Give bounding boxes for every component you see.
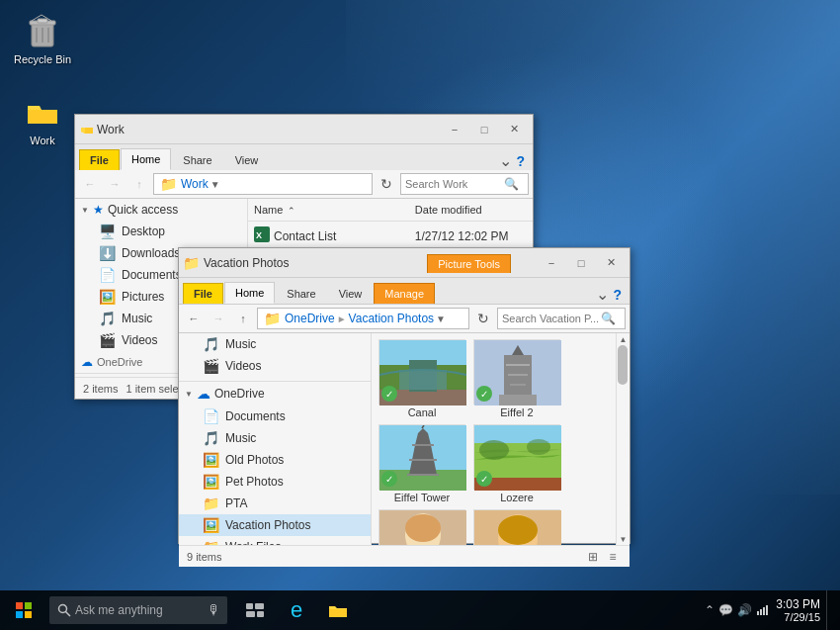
show-desktop-button[interactable]: [826, 590, 832, 630]
vacation-explorer-window: 📁 Vacation Photos − □ ✕ Picture Tools Fi…: [178, 247, 630, 544]
nav-old-photos[interactable]: 🖼️ Old Photos: [179, 449, 371, 471]
quick-access-header[interactable]: ▼ ★ Quick access: [75, 199, 247, 221]
recycle-bin-icon[interactable]: Recycle Bin: [8, 8, 77, 69]
microphone-icon[interactable]: 🎙: [208, 602, 221, 618]
vacation-search-icon[interactable]: 🔍: [601, 312, 616, 325]
list-view-button-vacation[interactable]: ≡: [604, 548, 622, 566]
check-canal: ✓: [381, 386, 397, 402]
tab-manage[interactable]: Manage: [374, 283, 435, 304]
vacation-folder-icon: 📁: [183, 255, 200, 271]
work-folder-desktop-icon[interactable]: Work: [8, 89, 77, 150]
nav-work-files[interactable]: 📁 Work Files: [179, 536, 371, 545]
expand-ribbon-icon[interactable]: ⌄: [499, 151, 512, 170]
forward-button-vacation[interactable]: →: [208, 308, 229, 329]
back-button-vacation[interactable]: ←: [183, 308, 205, 329]
minimize-button[interactable]: −: [440, 118, 469, 141]
photo-item-eiffel-tower[interactable]: ✓ Eiffel Tower: [378, 424, 466, 503]
minimize-button-vacation[interactable]: −: [537, 251, 566, 275]
help-icon-vacation[interactable]: ?: [613, 287, 622, 303]
work-window-controls: − □ ✕: [440, 118, 529, 141]
tray-expand-icon[interactable]: ⌃: [705, 603, 714, 617]
tab-share-vacation[interactable]: Share: [276, 283, 326, 304]
vacation-search-box: 🔍: [497, 308, 626, 329]
close-button-vacation[interactable]: ✕: [596, 251, 626, 275]
tab-file[interactable]: File: [79, 149, 120, 170]
start-button[interactable]: [0, 590, 47, 630]
nav-videos-vacation[interactable]: 🎬 Videos: [179, 355, 371, 377]
vacation-content-area: ✓ Canal: [372, 333, 630, 545]
photo-thumb-canal: ✓: [378, 339, 465, 405]
up-button[interactable]: ↑: [128, 173, 150, 195]
forward-button[interactable]: →: [104, 173, 126, 195]
photo-label-lozere: Lozere: [500, 492, 534, 503]
picture-tools-label: Picture Tools: [427, 254, 511, 273]
refresh-button-vacation[interactable]: ↻: [472, 308, 494, 329]
refresh-button[interactable]: ↻: [376, 173, 397, 195]
scroll-thumb[interactable]: [618, 345, 628, 385]
nav-onedrive-music[interactable]: 🎵 Music: [179, 427, 371, 449]
nav-pta[interactable]: 📁 PTA: [179, 493, 371, 514]
vacation-search-input[interactable]: [502, 313, 601, 324]
taskbar-clock[interactable]: 3:03 PM 7/29/15: [776, 597, 820, 623]
check-eiffel2: ✓: [476, 386, 492, 402]
work-search-input[interactable]: [405, 178, 504, 190]
nav-desktop[interactable]: 🖥️ Desktop: [75, 221, 247, 242]
photo-item-me[interactable]: ✓ Me: [378, 509, 466, 545]
tab-home[interactable]: Home: [121, 148, 171, 170]
action-center-icon[interactable]: 💬: [718, 603, 733, 617]
help-icon[interactable]: ?: [516, 153, 525, 169]
expand-ribbon-vacation-icon[interactable]: ⌄: [596, 285, 609, 304]
volume-icon[interactable]: 🔊: [737, 603, 752, 617]
task-view-button[interactable]: [235, 590, 275, 630]
taskbar-apps: e: [235, 590, 358, 630]
vacation-window-controls: − □ ✕: [537, 251, 626, 275]
tab-file-vacation[interactable]: File: [183, 283, 223, 304]
tab-view-vacation[interactable]: View: [328, 283, 374, 304]
work-address-path[interactable]: 📁 Work ▼: [153, 173, 373, 195]
onedrive-section-vacation[interactable]: ▼ ☁ OneDrive: [179, 381, 371, 405]
photo-item-lozere[interactable]: ✓ Lozere: [472, 424, 561, 503]
file-explorer-taskbar-button[interactable]: [318, 590, 358, 630]
svg-point-25: [527, 439, 550, 455]
svg-rect-42: [757, 611, 759, 615]
tab-view[interactable]: View: [224, 149, 270, 170]
scroll-down[interactable]: ▼: [618, 533, 630, 545]
breadcrumb-onedrive[interactable]: OneDrive: [285, 312, 335, 325]
dropdown-arrow-vacation[interactable]: ▼: [436, 314, 446, 324]
search-icon[interactable]: 🔍: [504, 177, 519, 191]
col-name[interactable]: Name ⌃: [248, 201, 409, 219]
up-button-vacation[interactable]: ↑: [232, 308, 254, 329]
vacation-title-bar: 📁 Vacation Photos − □ ✕: [179, 248, 630, 278]
nav-vacation-photos[interactable]: 🖼️ Vacation Photos: [179, 514, 371, 536]
tab-share[interactable]: Share: [172, 149, 222, 170]
maximize-button[interactable]: □: [469, 118, 499, 141]
photo-item-eiffel2[interactable]: ✓ Eiffel 2: [472, 339, 561, 418]
vacation-address-path[interactable]: 📁 OneDrive ► Vacation Photos ▼: [257, 308, 469, 329]
close-button[interactable]: ✕: [499, 118, 529, 141]
svg-rect-43: [760, 609, 762, 615]
breadcrumb-vacation-photos[interactable]: Vacation Photos: [349, 312, 435, 325]
svg-rect-38: [246, 603, 253, 609]
vacation-view-buttons: ⊞ ≡: [584, 548, 622, 566]
tab-home-vacation[interactable]: Home: [224, 282, 275, 304]
taskbar-search-box[interactable]: 🎙: [49, 596, 227, 624]
vacation-ribbon: Picture Tools File Home Share View Manag…: [179, 278, 630, 305]
back-button[interactable]: ←: [79, 173, 101, 195]
vacation-scrollbar[interactable]: ▲ ▼: [616, 333, 630, 545]
nav-onedrive-documents[interactable]: 📄 Documents: [179, 405, 371, 427]
breadcrumb-work[interactable]: Work: [181, 177, 209, 191]
scroll-up[interactable]: ▲: [618, 333, 630, 345]
nav-pet-photos[interactable]: 🖼️ Pet Photos: [179, 471, 371, 493]
photo-item-canal[interactable]: ✓ Canal: [378, 339, 466, 418]
grid-view-button[interactable]: ⊞: [584, 548, 602, 566]
nav-music-vacation[interactable]: 🎵 Music: [179, 333, 371, 355]
svg-point-24: [479, 440, 509, 460]
network-icon[interactable]: [756, 602, 770, 619]
edge-browser-button[interactable]: e: [277, 590, 316, 630]
cortana-search-input[interactable]: [75, 603, 204, 617]
maximize-button-vacation[interactable]: □: [566, 251, 596, 275]
col-modified[interactable]: Date modified: [409, 201, 533, 219]
svg-rect-39: [255, 603, 264, 609]
photo-item-mike[interactable]: ✓ Mike: [472, 509, 561, 545]
dropdown-arrow[interactable]: ▼: [210, 179, 220, 190]
